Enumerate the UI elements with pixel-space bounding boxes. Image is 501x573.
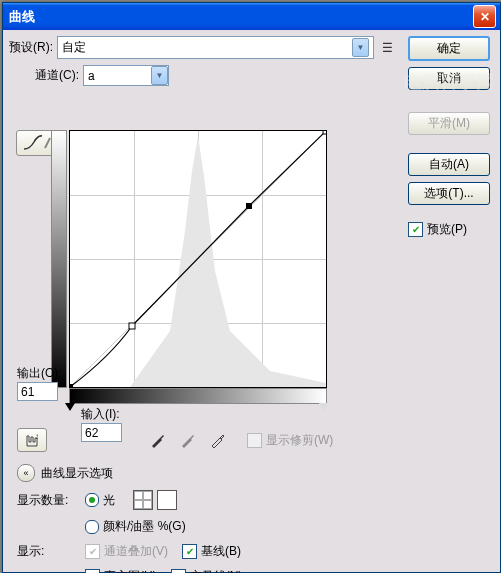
radio-light[interactable] [85, 493, 99, 507]
radio-ink[interactable] [85, 520, 99, 534]
svg-rect-2 [70, 384, 73, 387]
black-eyedropper[interactable] [147, 429, 169, 451]
finger-icon: ↕ [23, 432, 41, 448]
close-button[interactable]: ✕ [473, 5, 496, 28]
curve-display-options: 显示数量: 光 颜料/油墨 %(G) 显示: ✔通道叠加(V) ✔基线(B) [17, 490, 387, 573]
histogram-checkbox[interactable]: ✔直方图(H) [85, 568, 157, 573]
curve-display-disclosure[interactable]: « 曲线显示选项 [17, 464, 113, 482]
preview-checkbox-row[interactable]: ✔ 预览(P) [408, 221, 490, 238]
horizontal-gradient-bar [69, 388, 327, 404]
ok-button[interactable]: 确定 [408, 36, 490, 61]
channel-dropdown[interactable]: a ▼ [83, 65, 169, 86]
svg-rect-5 [323, 131, 326, 134]
intersection-checkbox[interactable]: ✔交叉线(N) [171, 568, 243, 573]
vertical-gradient-bar [51, 130, 67, 388]
preset-dropdown[interactable]: 自定 ▼ [57, 36, 374, 59]
curve-icon [23, 135, 51, 151]
preset-value: 自定 [62, 39, 86, 56]
preset-menu-icon[interactable]: ☰ [380, 41, 394, 55]
curve-graph[interactable] [69, 130, 327, 388]
grid-coarse-icon[interactable] [133, 490, 153, 510]
checkbox-disabled-icon [247, 433, 262, 448]
channel-label: 通道(C): [35, 67, 79, 84]
svg-text:↕: ↕ [35, 432, 39, 441]
preset-label: 预设(R): [9, 39, 53, 56]
brand-watermark: 电脑百事网 [404, 70, 494, 94]
channel-overlay-checkbox: ✔通道叠加(V) [85, 543, 168, 560]
eyedropper-row: ↕ 显示修剪(W) [17, 428, 377, 452]
options-button[interactable]: 选项(T)... [408, 182, 490, 205]
right-button-column: 确定 取消 平滑(M) 自动(A) 选项(T)... ✔ 预览(P) [408, 36, 490, 238]
grid-fine-icon[interactable] [157, 490, 177, 510]
svg-rect-4 [246, 203, 252, 209]
white-eyedropper[interactable] [207, 429, 229, 451]
output-area: 输出(O): 61 [17, 365, 66, 401]
dialog-body: 预设(R): 自定 ▼ ☰ 通道(C): a ▼ 确定 取消 平滑(M) 自动(… [3, 30, 500, 98]
smooth-button: 平滑(M) [408, 112, 490, 135]
curves-dialog: 曲线 ✕ 预设(R): 自定 ▼ ☰ 通道(C): a ▼ 确定 取消 平滑(M… [2, 2, 501, 573]
output-input[interactable]: 61 [17, 382, 58, 401]
preview-label: 预览(P) [427, 221, 467, 238]
channel-value: a [88, 69, 95, 83]
chevron-down-icon: ▼ [352, 38, 369, 57]
white-point-slider[interactable] [319, 403, 329, 411]
show-label: 显示: [17, 543, 85, 560]
chevron-down-icon: ▼ [151, 66, 168, 85]
curve-grid[interactable] [69, 130, 327, 388]
baseline-checkbox[interactable]: ✔基线(B) [182, 543, 241, 560]
display-qty-label: 显示数量: [17, 492, 85, 509]
window-title: 曲线 [7, 8, 473, 26]
target-adjust-tool[interactable]: ↕ [17, 428, 47, 452]
input-label: 输入(I): [81, 406, 120, 423]
titlebar[interactable]: 曲线 ✕ [3, 3, 500, 30]
auto-button[interactable]: 自动(A) [408, 153, 490, 176]
svg-marker-0 [130, 136, 326, 387]
disclosure-icon: « [17, 464, 35, 482]
gray-eyedropper[interactable] [177, 429, 199, 451]
output-label: 输出(O): [17, 365, 62, 382]
show-clip-checkbox: 显示修剪(W) [247, 432, 333, 449]
checkbox-icon: ✔ [408, 222, 423, 237]
